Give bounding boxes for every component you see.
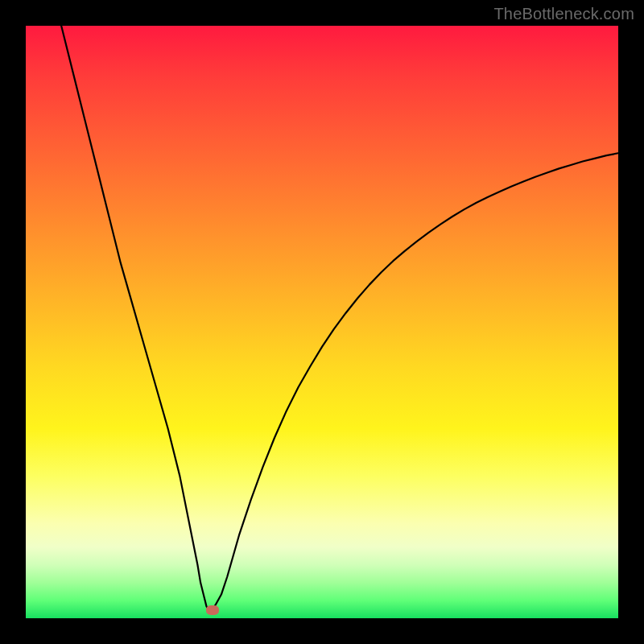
bottleneck-curve	[61, 26, 618, 611]
curve-svg	[26, 26, 618, 618]
optimal-point-marker	[206, 605, 219, 615]
chart-frame: TheBottleneck.com	[0, 0, 644, 644]
watermark-text: TheBottleneck.com	[493, 5, 634, 23]
plot-area	[26, 26, 618, 618]
